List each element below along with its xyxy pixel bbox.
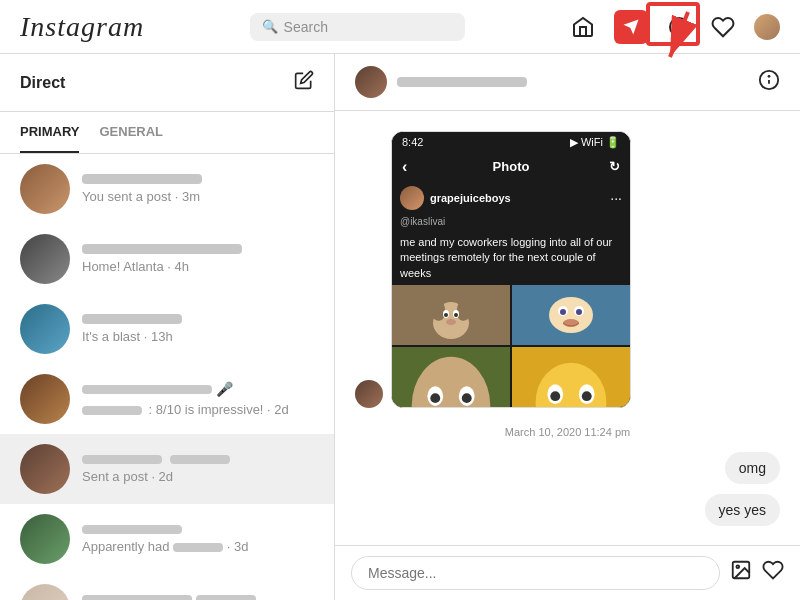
post-username: grapejuiceboys [430, 192, 604, 204]
message-input[interactable] [351, 556, 720, 590]
info-icon[interactable] [758, 69, 780, 96]
svg-point-29 [462, 393, 472, 403]
svg-point-21 [560, 309, 566, 315]
dm-item[interactable]: Sent a post · 2d [0, 434, 334, 504]
dm-info: 🎤 : 8/10 is impressive! · 2d [82, 381, 314, 417]
dm-item[interactable]: ... · 5d [0, 574, 334, 600]
post-img-dog [392, 285, 510, 345]
profile-avatar[interactable] [754, 14, 780, 40]
dm-info: It's a blast · 13h [82, 314, 314, 344]
tab-general[interactable]: GENERAL [99, 112, 163, 153]
message-timestamp: March 10, 2020 11:24 pm [355, 426, 780, 438]
svg-point-16 [446, 319, 456, 325]
dm-name [82, 174, 202, 184]
dm-item[interactable]: You sent a post · 3m [0, 154, 334, 224]
chat-header-name [397, 77, 527, 87]
tab-primary[interactable]: PRIMARY [20, 112, 79, 153]
dm-preview: It's a blast · 13h [82, 329, 314, 344]
dm-info: You sent a post · 3m [82, 174, 314, 204]
svg-point-18 [549, 297, 593, 333]
search-bar[interactable]: 🔍 Search [250, 13, 465, 41]
dm-item[interactable]: Apparently had · 3d [0, 504, 334, 574]
dm-name [82, 595, 192, 601]
dm-info: Sent a post · 2d [82, 455, 314, 484]
message-bubble: omg [725, 452, 780, 484]
svg-point-37 [582, 391, 592, 401]
top-nav: Instagram 🔍 Search [0, 0, 800, 54]
dm-item[interactable]: 🎤 : 8/10 is impressive! · 2d [0, 364, 334, 434]
post-caption: me and my coworkers logging into all of … [392, 231, 630, 285]
post-tag: @ikaslivai [392, 216, 630, 231]
avatar [20, 444, 70, 494]
dm-name-extra [196, 595, 256, 601]
nav-icons [570, 10, 780, 44]
dm-info: ... · 5d [82, 595, 314, 601]
dm-preview: Sent a post · 2d [82, 469, 314, 484]
phone-status-bar: 8:42 ▶ WiFi 🔋 [392, 132, 630, 153]
chat-header-avatar [355, 66, 387, 98]
avatar [20, 304, 70, 354]
svg-point-22 [576, 309, 582, 315]
avatar [20, 374, 70, 424]
dm-name [82, 525, 182, 534]
chat-area: 8:42 ▶ WiFi 🔋 ‹ Photo ↻ grapejuiceboys ·… [335, 54, 800, 600]
heart-icon[interactable] [710, 14, 736, 40]
post-img-fish [512, 285, 630, 345]
avatar [20, 514, 70, 564]
search-icon: 🔍 [262, 19, 278, 34]
svg-point-39 [736, 565, 739, 568]
dm-info: Home! Atlanta · 4h [82, 244, 314, 274]
post-user-avatar [400, 186, 424, 210]
dm-list: You sent a post · 3m Home! Atlanta · 4h … [0, 154, 334, 600]
chat-header-left [355, 66, 527, 98]
dm-item[interactable]: Home! Atlanta · 4h [0, 224, 334, 294]
chat-header [335, 54, 800, 111]
dm-name [82, 455, 162, 464]
svg-point-0 [670, 18, 688, 36]
home-icon[interactable] [570, 14, 596, 40]
dm-title: Direct [20, 74, 65, 92]
svg-point-14 [444, 313, 448, 317]
explore-icon[interactable] [666, 14, 692, 40]
message-bubble: yes yes [705, 494, 780, 526]
post-image-grid [392, 285, 630, 407]
dm-name [82, 385, 212, 394]
sender-avatar [355, 380, 383, 408]
dm-name [82, 244, 242, 254]
app-logo: Instagram [20, 11, 144, 43]
phone-mockup: 8:42 ▶ WiFi 🔋 ‹ Photo ↻ grapejuiceboys ·… [392, 132, 630, 407]
main-content: Direct PRIMARY GENERAL You sent a post ·… [0, 54, 800, 600]
heart-input-icon[interactable] [762, 559, 784, 587]
phone-nav-bar: ‹ Photo ↻ [392, 153, 630, 180]
dm-tabs: PRIMARY GENERAL [0, 112, 334, 154]
avatar [20, 164, 70, 214]
shared-post-card[interactable]: 8:42 ▶ WiFi 🔋 ‹ Photo ↻ grapejuiceboys ·… [391, 131, 631, 408]
dm-sidebar: Direct PRIMARY GENERAL You sent a post ·… [0, 54, 335, 600]
chat-messages: 8:42 ▶ WiFi 🔋 ‹ Photo ↻ grapejuiceboys ·… [335, 111, 800, 545]
avatar [20, 234, 70, 284]
dm-item[interactable]: It's a blast · 13h [0, 294, 334, 364]
image-upload-icon[interactable] [730, 559, 752, 587]
svg-point-36 [550, 391, 560, 401]
post-img-yellow [512, 347, 630, 407]
dm-preview: Apparently had · 3d [82, 539, 314, 554]
search-placeholder: Search [284, 19, 328, 35]
post-user-row: grapejuiceboys ··· [392, 180, 630, 216]
dm-info: Apparently had · 3d [82, 525, 314, 554]
avatar [20, 584, 70, 600]
svg-point-28 [430, 393, 440, 403]
dm-name [82, 314, 182, 324]
dm-preview: Home! Atlanta · 4h [82, 259, 314, 274]
shared-post-row: 8:42 ▶ WiFi 🔋 ‹ Photo ↻ grapejuiceboys ·… [355, 131, 780, 408]
post-img-mouth [392, 347, 510, 407]
dm-preview: You sent a post · 3m [82, 189, 314, 204]
dm-header: Direct [0, 54, 334, 112]
post-options-icon: ··· [610, 190, 622, 206]
dm-preview: : 8/10 is impressive! · 2d [82, 402, 314, 417]
svg-point-15 [454, 313, 458, 317]
chat-input-bar [335, 545, 800, 600]
compose-icon[interactable] [294, 70, 314, 95]
messenger-icon[interactable] [614, 10, 648, 44]
